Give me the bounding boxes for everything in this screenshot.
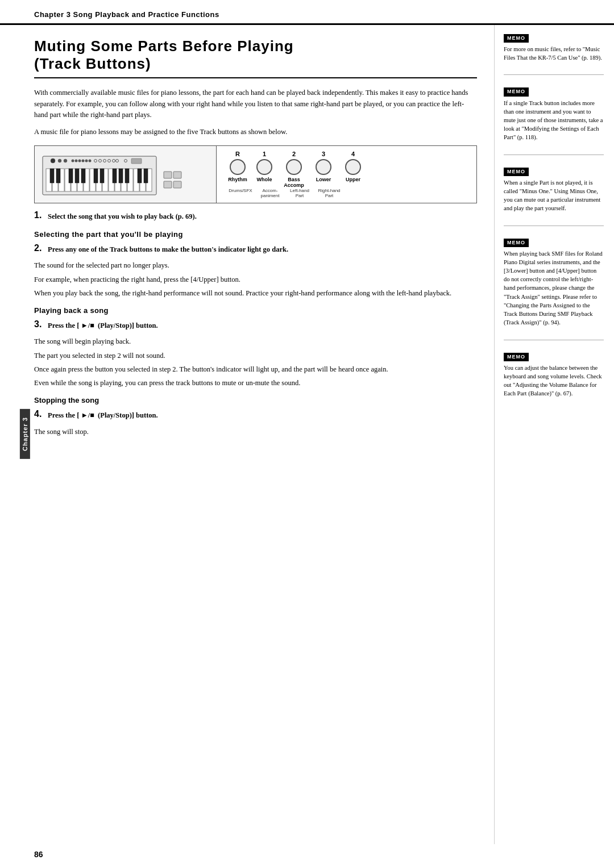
memo-logo-2: MEMO [504,87,529,96]
track-sub-lefthand: Left-handPart [285,188,314,198]
track-label-1: 1 [250,151,279,157]
memo-box-4: MEMO When playing back SMF files for Rol… [504,239,604,327]
memo-header-4: MEMO [504,239,604,247]
chapter-tab: Chapter 3 [20,409,30,459]
svg-rect-50 [173,181,181,188]
step2-para3: When you play back the song, the right-h… [34,288,477,299]
svg-point-7 [82,159,85,162]
track-name-rhythm: Rhythm [226,177,250,182]
memo-text-1: For more on music files, refer to "Music… [504,45,604,62]
memo-header-3: MEMO [504,168,604,176]
step-3-text: Press the [ ►/■ (Play/Stop)] button. [48,320,477,331]
svg-point-2 [58,159,61,162]
svg-rect-46 [144,169,148,183]
memo-header-1: MEMO [504,34,604,43]
svg-point-1 [51,158,55,163]
track-sub-accom: Accom-paniment [255,188,285,198]
memo-text-4: When playing back SMF files for Roland P… [504,249,604,327]
step3-para4: Even while the song is playing, you can … [34,378,477,389]
page-title: Muting Some Parts Before Playing (Track … [34,37,477,73]
svg-rect-44 [125,169,129,183]
svg-point-4 [72,159,74,162]
svg-point-5 [75,159,78,162]
step3-para3: Once again press the button you selected… [34,364,477,375]
memo-text-5: You can adjust the balance between the k… [504,364,604,398]
track-label-3: 3 [309,151,338,157]
right-sidebar: MEMO For more on music files, refer to "… [495,25,614,844]
track-label-r: R [226,151,250,157]
page-number: 86 [0,844,614,868]
track-label-4: 4 [338,151,368,157]
track-buttons-diagram: R 1 2 3 4 [217,146,476,203]
step-1-text: Select the song that you wish to play ba… [48,211,477,222]
memo-divider-2 [504,155,604,155]
memo-box-2: MEMO If a single Track button includes m… [504,87,604,141]
svg-rect-43 [119,169,123,183]
step3-para2: The part you selected in step 2 will not… [34,350,477,361]
track-btn-3[interactable] [316,159,331,175]
keyboard-svg [42,152,209,197]
memo-text-3: When a single Part is not played, it is … [504,178,604,213]
memo-logo-4: MEMO [504,239,529,247]
track-btn-2[interactable] [286,159,302,175]
memo-box-3: MEMO When a single Part is not played, i… [504,168,604,213]
svg-rect-40 [94,169,98,183]
memo-text-2: If a single Track button includes more t… [504,99,604,142]
step3-para1: The song will begin playing back. [34,336,477,347]
track-name-upper: Upper [338,177,368,182]
svg-rect-39 [81,169,85,183]
svg-rect-47 [164,172,172,178]
selecting-title: Selecting the part that you'll be playin… [34,230,477,239]
step-3: 3. Press the [ ►/■ (Play/Stop)] button. [34,320,477,331]
stopping-title: Stopping the song [34,396,477,404]
step-4: 4. Press the [ ►/■ (Play/Stop)] button. [34,410,477,421]
svg-rect-41 [100,169,104,183]
step-4-text: Press the [ ►/■ (Play/Stop)] button. [48,410,477,421]
memo-logo-1: MEMO [504,34,529,43]
track-label-2: 2 [279,151,309,157]
memo-divider-3 [504,226,604,226]
chapter-header: Chapter 3 Song Playback and Practice Fun… [0,0,614,25]
svg-rect-35 [50,169,54,183]
left-column: Muting Some Parts Before Playing (Track … [0,25,495,844]
svg-rect-36 [56,169,60,183]
chapter-label: Chapter 3 Song Playback and Practice Fun… [34,10,219,19]
step2-para2: For example, when practicing the right h… [34,274,477,285]
step-2-number: 2. [34,243,48,253]
svg-point-6 [78,159,81,162]
memo-header-2: MEMO [504,87,604,96]
playing-back-title: Playing back a song [34,306,477,315]
keyboard-illustration [35,146,217,203]
track-btn-4[interactable] [345,159,361,175]
step4-para: The song will stop. [34,427,477,437]
svg-rect-17 [131,158,142,164]
step-1: 1. Select the song that you wish to play… [34,211,477,222]
memo-header-5: MEMO [504,353,604,361]
main-content: Muting Some Parts Before Playing (Track … [0,25,614,844]
svg-point-3 [64,159,67,162]
svg-rect-49 [164,181,172,188]
track-name-whole: Whole [250,177,279,182]
track-sub-righthand: Right-handPart [314,188,344,198]
svg-rect-45 [138,169,142,183]
svg-rect-48 [173,172,181,178]
step-4-number: 4. [34,409,48,419]
memo-divider-4 [504,340,604,340]
intro-para1: With commercially available music files … [34,87,477,120]
memo-box-5: MEMO You can adjust the balance between … [504,353,604,398]
svg-rect-37 [69,169,73,183]
diagram-box: R 1 2 3 4 [34,145,477,203]
svg-rect-38 [75,169,79,183]
svg-rect-42 [113,169,117,183]
step-1-number: 1. [34,210,48,220]
track-name-bass: BassAccomp [279,177,309,188]
memo-box-1: MEMO For more on music files, refer to "… [504,34,604,62]
memo-logo-3: MEMO [504,168,529,176]
track-name-lower: Lower [309,177,338,182]
svg-point-9 [89,159,92,162]
page-title-block: Muting Some Parts Before Playing (Track … [34,37,477,78]
step-2-text: Press any one of the Track buttons to ma… [48,244,477,255]
track-btn-1[interactable] [256,159,272,175]
step-3-number: 3. [34,319,48,329]
track-btn-r[interactable] [230,159,246,175]
